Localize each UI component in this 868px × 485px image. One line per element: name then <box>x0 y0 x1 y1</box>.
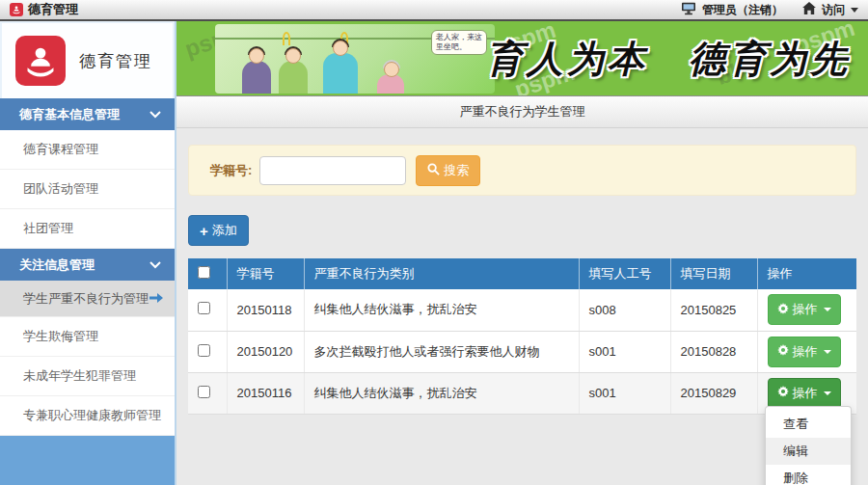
sidebar-item-clubs[interactable]: 社团管理 <box>0 209 175 249</box>
student-id-input[interactable] <box>259 156 406 185</box>
passenger-figure <box>279 61 308 94</box>
item-label: 学生欺侮管理 <box>23 328 98 345</box>
cell-writer: s008 <box>579 289 670 331</box>
caret-down-icon <box>824 350 831 354</box>
search-panel: 学籍号: 搜索 <box>188 145 856 196</box>
sidebar-filler <box>0 436 175 485</box>
cell-date: 20150829 <box>670 372 757 414</box>
banner: pspm bb pspm pspm bb pspm 老人家，来这里坐吧。 育人为… <box>176 21 868 96</box>
item-label: 未成年学生犯罪管理 <box>23 367 136 385</box>
action-button-label: 操作 <box>793 301 818 318</box>
row-action-button[interactable]: 操作 <box>768 337 841 367</box>
table-row: 20150118 纠集他人结伙滋事，扰乱治安 s008 20150825 操作 <box>188 289 856 331</box>
cell-behavior: 纠集他人结伙滋事，扰乱治安 <box>304 289 579 331</box>
table-row: 20150116 纠集他人结伙滋事，扰乱治安 s001 20150829 操作 <box>188 372 856 414</box>
add-button[interactable]: + 添加 <box>188 215 249 246</box>
cell-behavior: 纠集他人结伙滋事，扰乱治安 <box>304 372 579 414</box>
sidebar: 德育管理 德育基本信息管理 德育课程管理 团队活动管理 社团管理 关注信息管理 … <box>0 21 176 485</box>
item-label: 学生严重不良行为管理 <box>23 290 149 308</box>
search-icon <box>427 163 440 178</box>
cell-student-id: 20150118 <box>227 289 304 331</box>
action-button-label: 操作 <box>793 385 818 402</box>
page-title: 严重不良行为学生管理 <box>176 96 868 128</box>
col-actions: 操作 <box>757 258 856 289</box>
row-action-button-open[interactable]: 操作 <box>768 378 841 409</box>
sidebar-logo-title: 德育管理 <box>79 50 152 72</box>
moral-education-logo-icon <box>15 36 66 86</box>
action-button-label: 操作 <box>793 343 818 361</box>
sidebar-item-psych-teachers[interactable]: 专兼职心理健康教师管理 <box>0 396 175 436</box>
app-logo-icon <box>10 3 23 16</box>
user-logout-link[interactable]: 管理员（注销） <box>702 2 783 18</box>
speech-bubble: 老人家，来这里坐吧。 <box>431 30 487 55</box>
home-icon <box>802 2 816 17</box>
gear-icon <box>777 303 789 317</box>
records-table: 学籍号 严重不良行为类别 填写人工号 填写日期 操作 20150118 纠集他人… <box>188 258 856 415</box>
dropdown-item-delete[interactable]: 删除 <box>766 465 851 485</box>
item-label: 社团管理 <box>23 220 73 237</box>
plus-icon: + <box>200 224 208 238</box>
col-fill-date: 填写日期 <box>670 258 757 289</box>
cell-writer: s001 <box>579 372 670 414</box>
banner-slogan: 育人为本 德育为先 <box>486 34 851 83</box>
col-student-id: 学籍号 <box>227 258 304 289</box>
gear-icon <box>777 386 789 400</box>
chevron-down-icon <box>149 107 161 121</box>
monitor-icon <box>681 2 696 18</box>
item-label: 德育课程管理 <box>23 141 98 158</box>
visit-caret-icon[interactable] <box>851 8 858 13</box>
item-label: 团队活动管理 <box>23 180 98 198</box>
student-id-label: 学籍号: <box>210 162 252 179</box>
topbar-actions: 管理员（注销） 访问 <box>681 2 858 18</box>
cell-date: 20150828 <box>670 331 757 372</box>
sidebar-item-serious-misconduct[interactable]: 学生严重不良行为管理 <box>0 281 175 317</box>
search-button-label: 搜索 <box>444 162 469 179</box>
passenger-figure <box>242 61 271 94</box>
select-all-checkbox[interactable] <box>198 266 210 279</box>
add-button-label: 添加 <box>212 222 237 239</box>
section-label: 德育基本信息管理 <box>19 106 120 123</box>
cell-behavior: 多次拦截殴打他人或者强行索要他人财物 <box>304 331 579 372</box>
cell-writer: s001 <box>579 331 670 372</box>
row-checkbox[interactable] <box>198 344 210 357</box>
table-row: 20150120 多次拦截殴打他人或者强行索要他人财物 s001 2015082… <box>188 331 856 372</box>
gear-icon <box>777 344 789 359</box>
cell-student-id: 20150120 <box>227 331 304 372</box>
topbar: 德育管理 管理员（注销） 访问 <box>0 0 868 21</box>
caret-down-icon <box>824 308 831 311</box>
item-label: 专兼职心理健康教师管理 <box>23 407 161 424</box>
arrow-right-icon <box>149 291 163 306</box>
chevron-down-icon <box>149 257 161 272</box>
young-man-figure <box>323 53 358 94</box>
table-header-row: 学籍号 严重不良行为类别 填写人工号 填写日期 操作 <box>188 258 856 289</box>
dropdown-item-view[interactable]: 查看 <box>766 411 851 438</box>
row-action-button[interactable]: 操作 <box>768 294 841 325</box>
elderly-figure <box>377 74 404 94</box>
app-title: 德育管理 <box>28 1 78 18</box>
bus-handle-icon <box>283 32 290 45</box>
sidebar-item-courses[interactable]: 德育课程管理 <box>0 130 175 170</box>
topbar-brand: 德育管理 <box>10 1 78 18</box>
cell-date: 20150825 <box>670 289 757 331</box>
visit-link[interactable]: 访问 <box>822 2 845 18</box>
sidebar-section-basic-info[interactable]: 德育基本信息管理 <box>0 98 175 130</box>
sidebar-item-team-activities[interactable]: 团队活动管理 <box>0 170 175 209</box>
sidebar-item-juvenile-crime[interactable]: 未成年学生犯罪管理 <box>0 357 175 396</box>
sidebar-logo: 德育管理 <box>0 21 175 98</box>
sidebar-section-attention-info[interactable]: 关注信息管理 <box>0 249 175 281</box>
row-checkbox[interactable] <box>198 386 210 398</box>
cell-student-id: 20150116 <box>227 372 304 414</box>
sidebar-item-bullying[interactable]: 学生欺侮管理 <box>0 317 175 357</box>
col-behavior-type: 严重不良行为类别 <box>304 258 579 289</box>
row-checkbox[interactable] <box>198 302 210 314</box>
search-button[interactable]: 搜索 <box>416 155 480 186</box>
col-writer-id: 填写人工号 <box>579 258 670 289</box>
caret-down-icon <box>824 391 831 395</box>
section-label: 关注信息管理 <box>19 256 95 274</box>
bus-scene-illustration: 老人家，来这里坐吧。 <box>215 24 495 94</box>
dropdown-item-edit[interactable]: 编辑 <box>766 438 851 465</box>
action-dropdown-menu: 查看 编辑 删除 <box>765 406 852 485</box>
